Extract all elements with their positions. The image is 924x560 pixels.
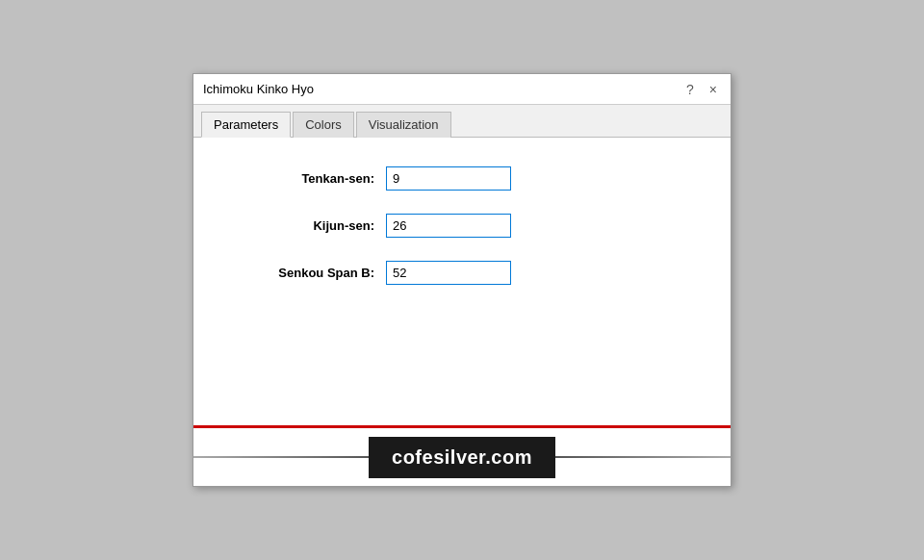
watermark-badge: cofesilver.com [369,437,555,478]
input-tenkan-sen[interactable] [386,166,511,191]
tab-visualization[interactable]: Visualization [356,112,451,138]
close-button[interactable]: × [706,83,721,96]
help-button[interactable]: ? [682,83,698,96]
input-senkou-span-b[interactable] [386,261,511,285]
tab-bar: Parameters Colors Visualization [193,105,731,138]
title-bar: Ichimoku Kinko Hyo ? × [193,74,731,105]
title-bar-controls: ? × [682,83,721,96]
label-tenkan-sen: Tenkan-sen: [232,171,386,186]
dialog-title: Ichimoku Kinko Hyo [203,82,314,96]
dialog-wrapper: Ichimoku Kinko Hyo ? × Parameters Colors… [0,0,924,560]
watermark-left-line [193,456,369,458]
watermark-bar: cofesilver.com [193,428,731,486]
tab-colors[interactable]: Colors [293,112,354,138]
tab-parameters[interactable]: Parameters [201,112,291,138]
watermark-right-line [555,456,731,458]
form-row-tenkan: Tenkan-sen: [232,166,692,191]
form-row-kijun: Kijun-sen: [232,214,692,238]
dialog: Ichimoku Kinko Hyo ? × Parameters Colors… [192,73,732,487]
form-row-senkou: Senkou Span B: [232,261,692,285]
input-kijun-sen[interactable] [386,214,511,238]
label-senkou-span-b: Senkou Span B: [232,266,386,280]
label-kijun-sen: Kijun-sen: [232,218,386,233]
